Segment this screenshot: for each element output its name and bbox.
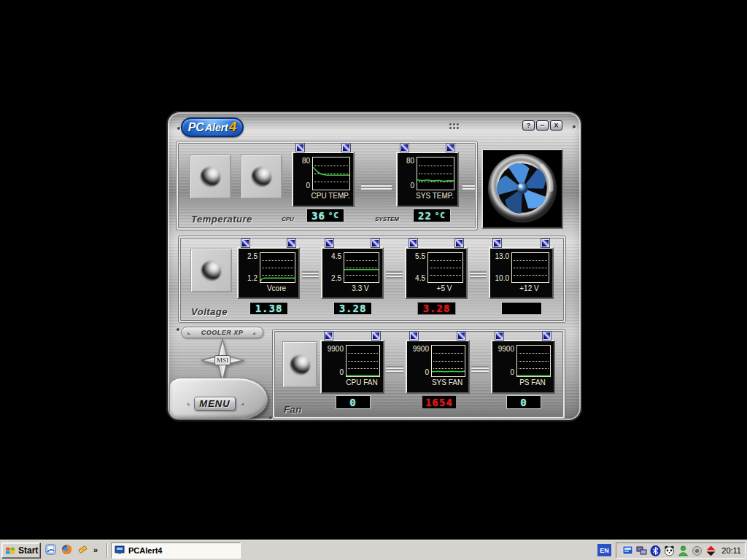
logo-version: 4 <box>229 119 237 135</box>
panda-antivirus-tray-icon[interactable] <box>664 545 675 556</box>
knob-icon <box>252 167 271 187</box>
graph-y-max: 9900 <box>498 346 514 353</box>
graph-y-max: 80 <box>406 158 414 165</box>
graph-y-max: 9900 <box>328 346 344 353</box>
graph-label: SYS TEMP. <box>398 192 457 200</box>
cpu-temp-plot <box>312 157 350 190</box>
cpu-temp-graph-panel: 80 0 CPU TEMP. <box>292 152 355 207</box>
vcore-graph-panel: 2.5 1.2 Vcore <box>237 247 300 299</box>
graph-label: PS FAN <box>492 378 554 386</box>
graph-label: +5 V <box>406 284 466 292</box>
alarm-gem-icon[interactable] <box>457 332 465 340</box>
alarm-gem-icon[interactable] <box>287 239 295 247</box>
msi-star-logo: MSI <box>201 338 244 382</box>
logo-alert: Alert <box>205 122 228 133</box>
fan-group: 9900 0 CPU FAN <box>273 330 565 419</box>
panel-connector <box>386 366 403 373</box>
alarm-gem-icon[interactable] <box>400 144 409 152</box>
knob-icon <box>201 167 220 187</box>
alarm-gem-icon[interactable] <box>325 239 333 247</box>
alarm-gem-icon[interactable] <box>541 239 549 247</box>
desktop: PC Alert 4 ? − X <box>0 0 747 560</box>
vcore-plot <box>260 252 295 283</box>
cooler-xp-button[interactable]: COOLER XP <box>181 327 263 338</box>
task-label: PCAlert4 <box>128 546 162 555</box>
taskbar-divider <box>107 543 108 558</box>
v5-display: 3.28 <box>417 302 456 315</box>
firefox-icon[interactable] <box>61 544 72 555</box>
graph-y-min: 0 <box>306 182 310 190</box>
fan-knob-button[interactable] <box>282 341 317 388</box>
temperature-knob-button-1[interactable] <box>190 155 231 199</box>
v5-graph-panel: 5.5 4.5 +5 V <box>405 247 468 299</box>
minimize-button[interactable]: − <box>536 120 549 131</box>
alarm-gem-icon[interactable] <box>371 239 379 247</box>
help-button[interactable]: ? <box>522 120 535 131</box>
taskbar-clock: 20:11 <box>721 546 741 555</box>
pcalert-window: PC Alert 4 ? − X <box>166 111 582 421</box>
bluetooth-tray-icon[interactable] <box>650 545 661 556</box>
alarm-gem-icon[interactable] <box>241 239 249 247</box>
alarm-gem-icon[interactable] <box>410 332 418 340</box>
alarm-gem-icon[interactable] <box>543 332 551 340</box>
menu-button[interactable]: MENU <box>194 397 236 411</box>
graph-label: 3.3 V <box>322 284 382 292</box>
rivet <box>177 328 179 331</box>
ps-fan-plot <box>516 345 551 377</box>
language-indicator[interactable]: EN <box>597 544 611 556</box>
alarm-gem-icon[interactable] <box>372 332 380 340</box>
alarm-gem-icon[interactable] <box>296 144 304 152</box>
cpu-temp-trace <box>313 167 349 175</box>
v33-graph-panel: 4.5 2.5 3.3 V <box>321 247 384 299</box>
messenger-person-tray-icon[interactable] <box>678 545 689 556</box>
menu-mark <box>187 402 190 405</box>
pcalert-tray-icon[interactable] <box>622 545 633 556</box>
temperature-knob-button-2[interactable] <box>241 155 282 199</box>
alarm-gem-icon[interactable] <box>446 144 454 152</box>
alarm-gem-icon[interactable] <box>495 332 503 340</box>
network-tray-icon[interactable] <box>636 545 647 556</box>
pcalert4-task-icon <box>115 545 125 556</box>
graph-label: +12 V <box>490 284 552 292</box>
alarm-gem-icon[interactable] <box>325 332 333 340</box>
close-button[interactable]: X <box>550 120 562 131</box>
sys-temp-unit: °C <box>435 211 446 220</box>
knob-icon <box>201 261 221 281</box>
cpu-fan-graph-panel: 9900 0 CPU FAN <box>320 340 384 394</box>
quick-launch-overflow[interactable]: » <box>93 545 98 554</box>
v12-display <box>501 302 542 315</box>
graph-y-max: 5.5 <box>415 253 425 260</box>
quick-launch: » <box>45 544 98 555</box>
cpu-readout-label: CPU <box>282 216 294 222</box>
fan-photo <box>481 149 563 229</box>
system-tray: 20:11 <box>616 542 746 559</box>
pcalert4-task-button[interactable]: PCAlert4 <box>111 542 241 559</box>
sys-temp-trace <box>417 180 454 182</box>
alarm-gem-icon[interactable] <box>455 239 463 247</box>
rivet <box>269 416 272 419</box>
graph-y-max: 80 <box>302 158 310 165</box>
v12-graph-panel: 13.0 10.0 +12 V <box>489 247 554 299</box>
cpu-temp-unit: °C <box>328 211 339 220</box>
sys-temp-graph-panel: 80 0 SYS TEMP. <box>396 152 459 207</box>
graph-y-max: 4.5 <box>331 253 341 260</box>
graph-y-min: 2.5 <box>331 275 341 282</box>
alarm-gem-icon[interactable] <box>493 239 501 247</box>
updown-arrows-tray-icon[interactable] <box>705 545 716 556</box>
graph-y-max: 13.0 <box>495 253 509 260</box>
v5-plot <box>427 252 463 283</box>
temperature-group: 80 0 CPU TEMP. <box>177 141 477 230</box>
vcore-trace <box>260 278 295 281</box>
graph-label: CPU FAN <box>322 378 383 386</box>
show-desktop-icon[interactable] <box>45 544 56 555</box>
alarm-gem-icon[interactable] <box>342 144 350 152</box>
menu-mark <box>241 402 244 405</box>
voltage-knob-button[interactable] <box>190 249 232 292</box>
volume-tray-icon[interactable] <box>692 545 703 556</box>
start-button[interactable]: Start <box>1 542 41 559</box>
title-bar[interactable]: PC Alert 4 ? − X <box>168 112 581 139</box>
gold-app-icon[interactable] <box>77 544 88 555</box>
alarm-gem-icon[interactable] <box>409 239 417 247</box>
sys-fan-graph-panel: 9900 0 SYS FAN <box>406 340 470 394</box>
taskbar: Start » <box>0 540 747 560</box>
